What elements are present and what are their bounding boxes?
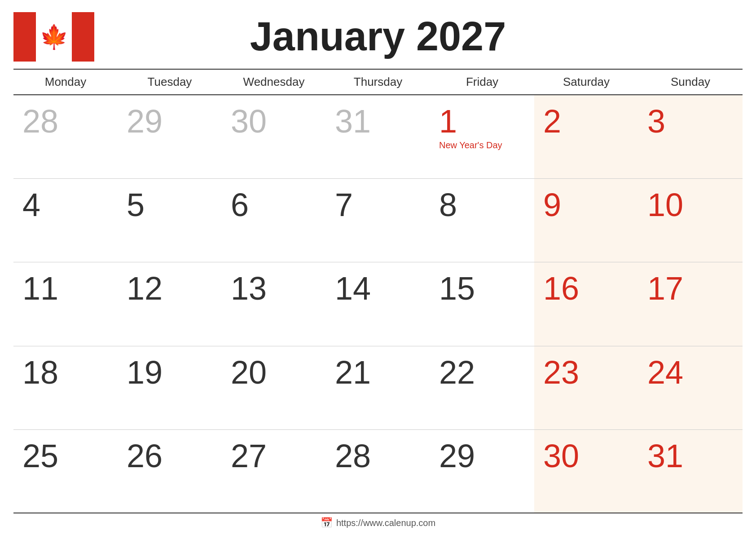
month-title: January 2027: [250, 13, 506, 60]
calenup-icon: 📅: [321, 517, 333, 529]
day-number: 27: [231, 440, 267, 472]
day-number: 8: [439, 189, 457, 221]
calendar-cell[interactable]: 28: [13, 95, 118, 179]
calendar-container: MondayTuesdayWednesdayThursdayFridaySatu…: [13, 64, 743, 513]
day-number: 26: [127, 440, 163, 472]
calendar-cell[interactable]: 29: [430, 430, 534, 513]
day-number: 23: [543, 356, 579, 389]
day-header-thursday: Thursday: [326, 70, 430, 94]
calendar-cell[interactable]: 22: [430, 346, 534, 430]
calendar-cell[interactable]: 14: [326, 262, 430, 346]
day-number: 1: [439, 105, 457, 137]
calendar-cell[interactable]: 27: [222, 430, 326, 513]
day-number: 17: [647, 272, 683, 305]
calendar-cell[interactable]: 30: [222, 95, 326, 179]
page-header: 🍁 January 2027: [13, 9, 743, 64]
day-number: 30: [543, 440, 579, 472]
calendar-cell[interactable]: 10: [638, 179, 743, 262]
day-number: 28: [22, 105, 58, 137]
day-number: 31: [647, 440, 683, 472]
calendar-cell[interactable]: 30: [534, 430, 638, 513]
canada-flag: 🍁: [13, 12, 94, 62]
holiday-label: New Year's Day: [439, 140, 502, 150]
calendar-cell[interactable]: 20: [222, 346, 326, 430]
calendar-cell[interactable]: 31: [638, 430, 743, 513]
footer: 📅 https://www.calenup.com: [13, 513, 743, 531]
calendar-cell[interactable]: 1New Year's Day: [430, 95, 534, 179]
day-number: 6: [231, 189, 249, 221]
day-number: 21: [335, 356, 371, 389]
calendar-cell[interactable]: 4: [13, 179, 118, 262]
calendar-cell[interactable]: 5: [118, 179, 222, 262]
calendar-cell[interactable]: 31: [326, 95, 430, 179]
calendar-cell[interactable]: 16: [534, 262, 638, 346]
day-number: 14: [335, 272, 371, 305]
calendar-cell[interactable]: 6: [222, 179, 326, 262]
calendar-cell[interactable]: 9: [534, 179, 638, 262]
calendar-cell[interactable]: 19: [118, 346, 222, 430]
calendar-cell[interactable]: 12: [118, 262, 222, 346]
day-header-friday: Friday: [430, 70, 534, 94]
calendar-cell[interactable]: 26: [118, 430, 222, 513]
calendar-cell[interactable]: 15: [430, 262, 534, 346]
day-header-saturday: Saturday: [534, 70, 638, 94]
day-number: 4: [22, 189, 40, 221]
calendar-cell[interactable]: 18: [13, 346, 118, 430]
maple-leaf-icon: 🍁: [40, 25, 69, 49]
day-number: 24: [647, 356, 683, 389]
day-number: 10: [647, 189, 683, 221]
flag-right-stripe: [72, 12, 94, 62]
calendar-cell[interactable]: 21: [326, 346, 430, 430]
calendar-cell[interactable]: 7: [326, 179, 430, 262]
day-number: 18: [22, 356, 58, 389]
day-number: 3: [647, 105, 665, 137]
day-number: 30: [231, 105, 267, 137]
day-number: 28: [335, 440, 371, 472]
day-number: 2: [543, 105, 561, 137]
day-number: 12: [127, 272, 163, 305]
day-header-monday: Monday: [13, 70, 118, 94]
day-header-wednesday: Wednesday: [222, 70, 326, 94]
calendar-cell[interactable]: 8: [430, 179, 534, 262]
calendar-cell[interactable]: 2: [534, 95, 638, 179]
day-number: 5: [127, 189, 145, 221]
calendar-cell[interactable]: 3: [638, 95, 743, 179]
day-number: 15: [439, 272, 475, 305]
calendar-cell[interactable]: 13: [222, 262, 326, 346]
calendar-cell[interactable]: 29: [118, 95, 222, 179]
day-number: 19: [127, 356, 163, 389]
calendar-grid: 282930311New Year's Day23456789101112131…: [13, 95, 743, 513]
calendar-cell[interactable]: 23: [534, 346, 638, 430]
day-number: 25: [22, 440, 58, 472]
calendar-cell[interactable]: 11: [13, 262, 118, 346]
day-number: 7: [335, 189, 353, 221]
day-number: 22: [439, 356, 475, 389]
day-number: 11: [22, 272, 58, 305]
day-header-tuesday: Tuesday: [118, 70, 222, 94]
day-number: 29: [127, 105, 163, 137]
flag-center: 🍁: [36, 12, 72, 62]
calendar-cell[interactable]: 25: [13, 430, 118, 513]
day-number: 16: [543, 272, 579, 305]
day-number: 9: [543, 189, 561, 221]
footer-url: https://www.calenup.com: [336, 518, 435, 528]
day-number: 13: [231, 272, 267, 305]
day-number: 29: [439, 440, 475, 472]
day-number: 31: [335, 105, 371, 137]
day-header-sunday: Sunday: [638, 70, 743, 94]
calendar-cell[interactable]: 28: [326, 430, 430, 513]
day-number: 20: [231, 356, 267, 389]
flag-left-stripe: [13, 12, 36, 62]
calendar-cell[interactable]: 24: [638, 346, 743, 430]
calendar-cell[interactable]: 17: [638, 262, 743, 346]
day-headers: MondayTuesdayWednesdayThursdayFridaySatu…: [13, 69, 743, 95]
